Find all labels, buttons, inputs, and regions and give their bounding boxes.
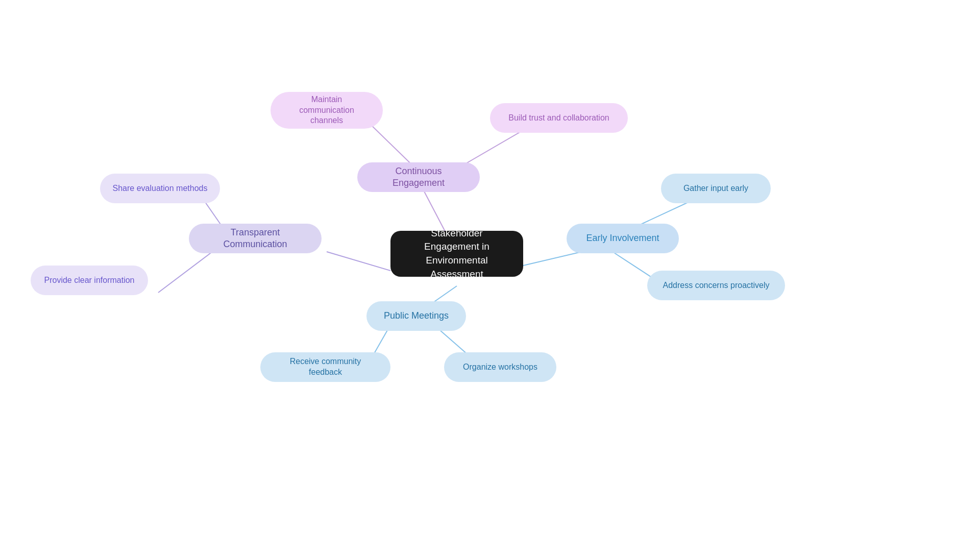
gather-input-label: Gather input early [683,183,748,194]
organize-workshops-node[interactable]: Organize workshops [444,352,556,382]
maintain-comm-label: Maintain communication channels [283,94,371,126]
center-label: Stakeholder Engagement in Environmental … [403,227,511,281]
share-eval-label: Share evaluation methods [113,183,208,194]
build-trust-label: Build trust and collaboration [508,113,609,124]
early-involvement-node[interactable]: Early Involvement [567,224,679,253]
gather-input-node[interactable]: Gather input early [661,174,771,203]
address-concerns-label: Address concerns proactively [663,280,770,291]
svg-line-5 [158,250,214,293]
svg-line-6 [523,252,582,266]
maintain-comm-node[interactable]: Maintain communication channels [271,92,383,129]
continuous-engagement-label: Continuous Engagement [370,165,468,189]
transparent-comm-node[interactable]: Transparent Communication [189,224,322,253]
continuous-engagement-node[interactable]: Continuous Engagement [357,162,480,192]
build-trust-node[interactable]: Build trust and collaboration [490,103,628,133]
center-node[interactable]: Stakeholder Engagement in Environmental … [390,231,523,277]
share-eval-node[interactable]: Share evaluation methods [100,174,220,203]
receive-feedback-label: Receive community feedback [273,356,378,378]
provide-clear-node[interactable]: Provide clear information [31,266,148,295]
organize-workshops-label: Organize workshops [463,362,537,373]
address-concerns-node[interactable]: Address concerns proactively [647,271,785,300]
early-involvement-label: Early Involvement [586,232,659,244]
transparent-comm-label: Transparent Communication [201,227,309,251]
provide-clear-label: Provide clear information [44,275,135,286]
svg-line-3 [327,252,390,271]
public-meetings-label: Public Meetings [384,310,449,322]
receive-feedback-node[interactable]: Receive community feedback [260,352,390,382]
public-meetings-node[interactable]: Public Meetings [366,301,466,331]
